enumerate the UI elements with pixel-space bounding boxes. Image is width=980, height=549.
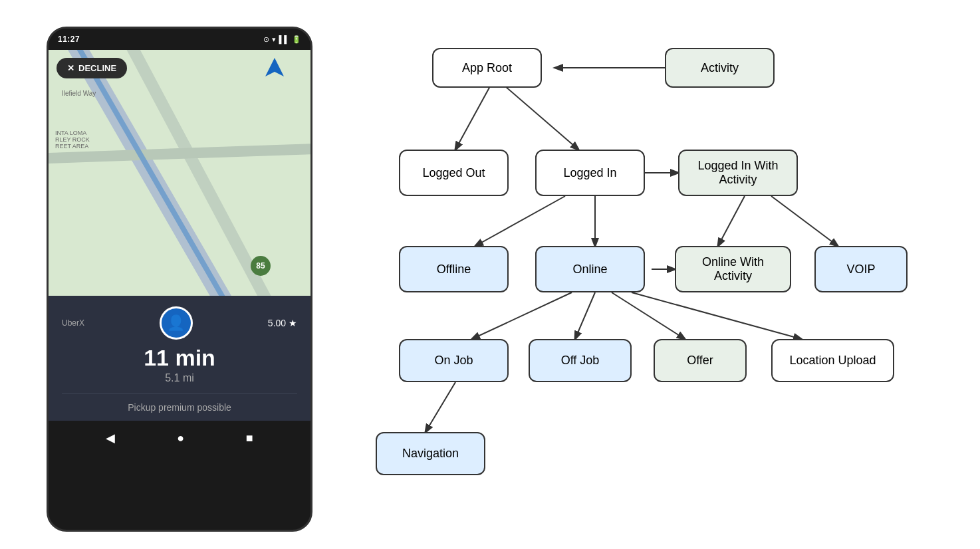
node-logged-out: Logged Out — [399, 150, 509, 196]
battery-icon: 🔋 — [292, 35, 301, 44]
location-icon: ⊙ — [263, 35, 269, 44]
svg-line-5 — [475, 196, 565, 246]
phone-frame: 11:27 ⊙ ▾ ▌▌ 🔋 85 Ilefield Way INTA LOMA… — [47, 27, 312, 532]
node-offline: Offline — [399, 246, 509, 292]
flow-diagram: App Root Activity Logged Out Logged In L… — [346, 13, 967, 536]
x-icon: ✕ — [67, 63, 74, 73]
svg-line-12 — [612, 292, 685, 339]
signal-icon: ▌▌ — [279, 35, 289, 43]
avatar-icon: 👤 — [167, 314, 185, 332]
status-bar: 11:27 ⊙ ▾ ▌▌ 🔋 — [49, 29, 310, 50]
node-online: Online — [535, 246, 645, 292]
recents-button[interactable]: ■ — [246, 431, 253, 445]
node-offer: Offer — [654, 339, 747, 382]
ride-info-panel: UberX 👤 5.00 ★ 11 min 5.1 mi Pickup prem… — [49, 296, 310, 421]
node-online-activity: Online With Activity — [675, 246, 791, 292]
back-button[interactable]: ◀ — [106, 431, 115, 445]
svg-line-13 — [632, 292, 801, 339]
area-label: INTA LOMA RLEY ROCK REET AREA — [55, 130, 90, 150]
node-navigation: Navigation — [376, 432, 485, 475]
eta-display: 11 min — [62, 345, 297, 371]
home-button[interactable]: ● — [177, 431, 184, 445]
node-logged-in-activity: Logged In With Activity — [678, 150, 798, 196]
svg-line-8 — [771, 196, 838, 246]
svg-line-3 — [505, 86, 578, 150]
decline-label: DECLINE — [78, 63, 116, 73]
status-icons: ⊙ ▾ ▌▌ 🔋 — [263, 35, 301, 44]
pickup-text: Pickup premium possible — [62, 393, 297, 413]
info-top-row: UberX 👤 5.00 ★ — [62, 306, 297, 340]
svg-line-11 — [575, 292, 595, 339]
node-app-root: App Root — [432, 48, 542, 88]
svg-line-10 — [472, 292, 572, 339]
diagram-canvas: App Root Activity Logged Out Logged In L… — [359, 20, 953, 529]
node-voip: VOIP — [814, 246, 908, 292]
service-label: UberX — [62, 318, 84, 328]
svg-line-7 — [718, 196, 745, 246]
node-location-upload: Location Upload — [771, 339, 894, 382]
avatar: 👤 — [160, 306, 193, 340]
wifi-icon: ▾ — [272, 35, 276, 44]
node-off-job: Off Job — [529, 339, 632, 382]
rating-label: 5.00 ★ — [268, 318, 297, 328]
node-activity: Activity — [665, 48, 775, 88]
phone-nav-bar: ◀ ● ■ — [49, 421, 310, 455]
nav-arrow-icon — [265, 58, 284, 76]
decline-button[interactable]: ✕ DECLINE — [57, 58, 127, 78]
node-on-job: On Job — [399, 339, 509, 382]
svg-line-14 — [426, 382, 455, 432]
map-area: 85 Ilefield Way INTA LOMA RLEY ROCK REET… — [49, 50, 310, 296]
phone-mockup: 11:27 ⊙ ▾ ▌▌ 🔋 85 Ilefield Way INTA LOMA… — [13, 13, 346, 532]
svg-line-2 — [455, 86, 490, 150]
distance-display: 5.1 mi — [62, 372, 297, 384]
highway-badge: 85 — [251, 256, 271, 276]
node-logged-in: Logged In — [535, 150, 645, 196]
status-time: 11:27 — [58, 35, 80, 44]
street-label: Ilefield Way — [62, 90, 96, 97]
